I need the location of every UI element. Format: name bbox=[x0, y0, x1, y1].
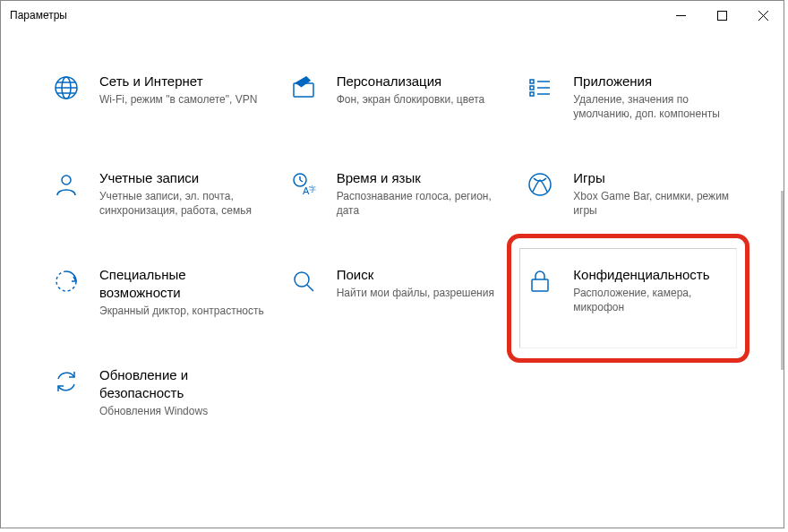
titlebar[interactable]: Параметры bbox=[1, 1, 784, 30]
svg-point-22 bbox=[529, 174, 551, 195]
lock-icon bbox=[523, 266, 557, 295]
tile-gaming[interactable]: Игры Xbox Game Bar, снимки, режим игры bbox=[519, 164, 748, 223]
svg-rect-25 bbox=[532, 279, 548, 291]
cutoff-item-right: iPhone bbox=[519, 30, 748, 56]
svg-rect-1 bbox=[717, 11, 726, 20]
content-area: питание iPhone Сеть и Инт bbox=[1, 30, 784, 528]
tile-personalization[interactable]: Персонализация Фон, экран блокировки, цв… bbox=[283, 67, 511, 126]
tile-network[interactable]: Сеть и Интернет Wi-Fi, режим "в самолете… bbox=[46, 67, 274, 126]
tile-apps[interactable]: Приложения Удаление, значения по умолчан… bbox=[519, 67, 748, 126]
tile-ease-of-access[interactable]: Специальные возможности Экранный диктор,… bbox=[46, 261, 274, 323]
tile-desc: Xbox Game Bar, снимки, режим игры bbox=[573, 189, 739, 218]
tile-title: Приложения bbox=[573, 73, 739, 90]
svg-line-19 bbox=[300, 180, 303, 182]
tile-desc: Wi-Fi, режим "в самолете", VPN bbox=[99, 92, 257, 107]
tile-update-security[interactable]: Обновление и безопасность Обновления Win… bbox=[46, 361, 274, 424]
tile-privacy[interactable]: Конфиденциальность Расположение, камера,… bbox=[519, 261, 748, 323]
paintbrush-icon bbox=[287, 73, 321, 101]
list-icon bbox=[523, 73, 557, 101]
search-icon bbox=[287, 266, 321, 295]
scrollbar[interactable] bbox=[781, 191, 784, 370]
tile-desc: Удаление, значения по умолчанию, доп. ко… bbox=[573, 92, 739, 121]
svg-rect-12 bbox=[530, 86, 534, 90]
tile-desc: Расположение, камера, микрофон bbox=[573, 286, 739, 314]
tile-title: Сеть и Интернет bbox=[99, 73, 257, 90]
tile-title: Персонализация bbox=[337, 73, 485, 90]
tile-desc: Фон, экран блокировки, цвета bbox=[337, 92, 485, 107]
person-icon bbox=[49, 169, 83, 198]
xbox-icon bbox=[523, 169, 557, 198]
cutoff-item-left: питание bbox=[46, 30, 274, 56]
cutoff-label: iPhone bbox=[571, 30, 604, 31]
tile-title: Поиск bbox=[337, 266, 494, 284]
close-button[interactable] bbox=[742, 1, 784, 30]
tile-desc: Найти мои файлы, разрешения bbox=[337, 286, 494, 300]
tile-title: Игры bbox=[573, 169, 739, 187]
minimize-button[interactable] bbox=[660, 1, 701, 30]
window-controls bbox=[660, 1, 784, 30]
globe-icon bbox=[49, 73, 83, 101]
tile-desc: Экранный диктор, контрастность bbox=[99, 304, 265, 318]
svg-rect-10 bbox=[530, 80, 534, 83]
tile-time-language[interactable]: A 字 Время и язык Распознавание голоса, р… bbox=[283, 164, 511, 223]
time-language-icon: A 字 bbox=[287, 169, 321, 198]
maximize-button[interactable] bbox=[701, 1, 742, 30]
svg-rect-14 bbox=[530, 92, 534, 96]
tile-title: Обновление и безопасность bbox=[99, 366, 265, 402]
tile-desc: Распознавание голоса, регион, дата bbox=[337, 189, 502, 218]
settings-window: Параметры питание iPhone bbox=[0, 0, 784, 528]
tile-title: Время и язык bbox=[337, 169, 502, 187]
svg-line-24 bbox=[307, 285, 313, 291]
tile-desc: Обновления Windows bbox=[99, 404, 265, 418]
sync-icon bbox=[49, 366, 83, 395]
window-title: Параметры bbox=[10, 9, 67, 21]
tile-search[interactable]: Поиск Найти мои файлы, разрешения bbox=[283, 261, 511, 323]
svg-point-16 bbox=[62, 176, 71, 184]
tile-accounts[interactable]: Учетные записи Учетные записи, эл. почта… bbox=[46, 164, 274, 223]
svg-point-23 bbox=[295, 272, 309, 287]
tile-desc: Учетные записи, эл. почта, синхронизация… bbox=[99, 189, 265, 218]
svg-text:字: 字 bbox=[309, 185, 316, 193]
tile-title: Специальные возможности bbox=[99, 266, 265, 302]
cutoff-label: питание bbox=[98, 30, 138, 31]
tile-title: Учетные записи bbox=[99, 169, 265, 187]
ease-of-access-icon bbox=[49, 266, 83, 295]
categories-grid: питание iPhone Сеть и Инт bbox=[1, 30, 784, 442]
tile-title: Конфиденциальность bbox=[573, 266, 739, 284]
